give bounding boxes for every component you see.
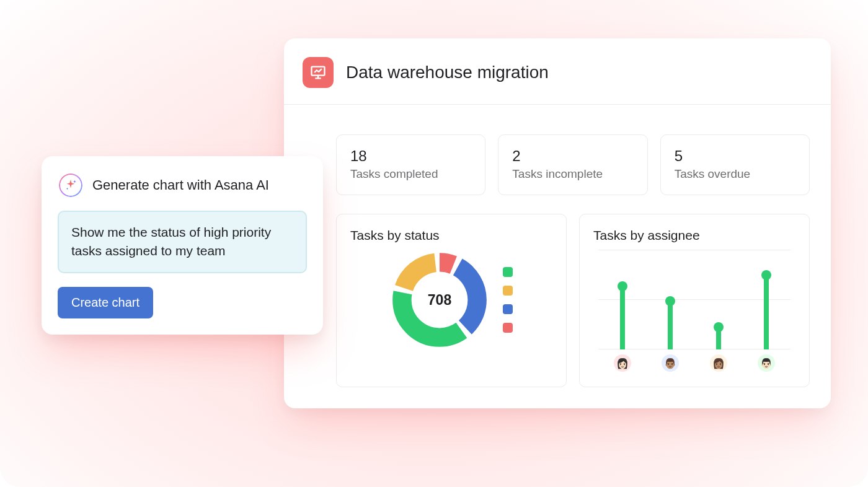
ai-card-header: Generate chart with Asana AI	[58, 172, 307, 198]
stat-card-incomplete[interactable]: 2 Tasks incomplete	[498, 134, 647, 195]
ai-generate-card: Generate chart with Asana AI Show me the…	[42, 156, 323, 335]
create-chart-button[interactable]: Create chart	[58, 287, 153, 318]
tasks-by-assignee-chart[interactable]: Tasks by assignee 👩🏻👨🏽👩🏽👨🏻	[579, 214, 810, 387]
stat-label: Tasks overdue	[675, 167, 795, 181]
stat-card-completed[interactable]: 18 Tasks completed	[336, 134, 485, 195]
avatar: 👨🏽	[662, 354, 679, 372]
stat-label: Tasks incomplete	[512, 167, 633, 181]
stats-row: 18 Tasks completed 2 Tasks incomplete 5 …	[284, 105, 831, 195]
avatar: 👨🏻	[758, 354, 775, 372]
assignee-avatars: 👩🏻👨🏽👩🏽👨🏻	[593, 349, 795, 372]
bar-col	[716, 327, 721, 349]
chart-title: Tasks by assignee	[593, 228, 795, 243]
charts-row: Tasks by status 708	[284, 195, 831, 387]
stat-label: Tasks completed	[350, 167, 471, 181]
tasks-by-status-chart[interactable]: Tasks by status 708	[336, 214, 567, 387]
ai-card-title: Generate chart with Asana AI	[92, 177, 269, 193]
donut-chart: 708	[390, 250, 489, 349]
legend-swatch	[503, 286, 513, 296]
bar-chart	[593, 250, 795, 349]
bar-col	[620, 286, 625, 349]
stat-value: 18	[350, 147, 471, 165]
stat-value: 2	[512, 147, 633, 165]
stat-value: 5	[675, 147, 795, 165]
donut-legend	[503, 267, 513, 333]
ai-prompt-input[interactable]: Show me the status of high priority task…	[58, 211, 307, 273]
avatar: 👩🏽	[710, 354, 727, 372]
dashboard-header: Data warehouse migration	[284, 38, 831, 105]
dashboard-panel: Data warehouse migration 18 Tasks comple…	[284, 38, 831, 408]
avatar: 👩🏻	[614, 354, 631, 372]
bar-col	[668, 301, 673, 349]
legend-swatch	[503, 267, 513, 277]
sparkle-icon	[58, 172, 84, 198]
bar-col	[764, 275, 769, 349]
dashboard-title: Data warehouse migration	[346, 63, 549, 82]
legend-swatch	[503, 304, 513, 314]
chart-title: Tasks by status	[350, 228, 552, 243]
legend-swatch	[503, 323, 513, 333]
presentation-icon	[303, 57, 334, 88]
donut-center-value: 708	[390, 250, 489, 349]
stat-card-overdue[interactable]: 5 Tasks overdue	[660, 134, 810, 195]
